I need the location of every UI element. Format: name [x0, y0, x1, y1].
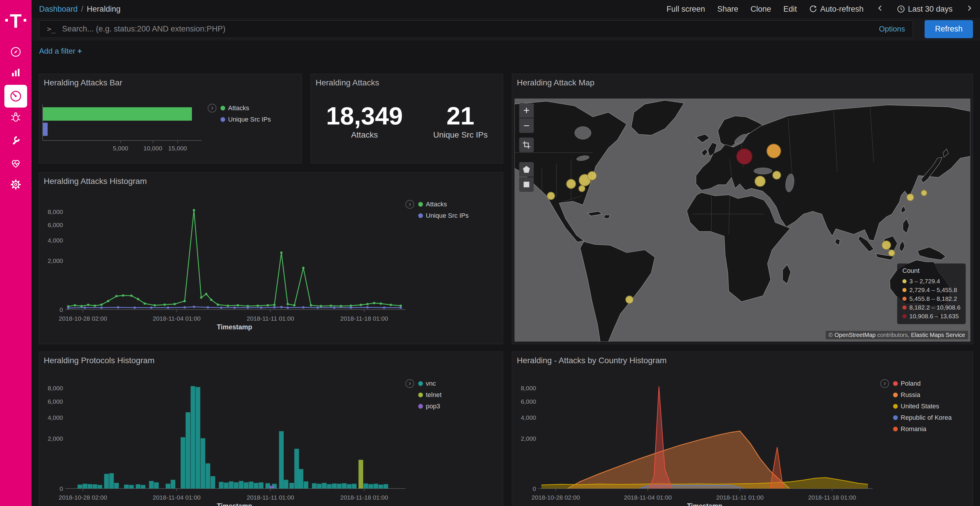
osm-link[interactable]: OpenStreetMap [834, 332, 876, 338]
map-attack-circle[interactable] [587, 171, 597, 181]
legend-dot [221, 106, 225, 111]
panel-heralding-attacks-by-country: Heralding - Attacks by Country Histogram… [512, 352, 973, 506]
map-legend-row: 3 – 2,729.4 [902, 277, 961, 286]
panel-title: Heralding Attacks [316, 78, 379, 87]
map-attack-circle[interactable] [625, 295, 633, 304]
heart-pulse-icon [10, 157, 22, 169]
legend-item[interactable]: Unique Src IPs [221, 115, 271, 124]
query-bar: >_ Options Refresh [32, 18, 980, 40]
legend-dot [893, 416, 898, 420]
legend-item[interactable]: vnc [418, 379, 442, 388]
map-attack-circle[interactable] [566, 179, 576, 189]
fit-bounds-button[interactable] [519, 138, 534, 152]
legend-toggle-icon[interactable] [406, 200, 414, 209]
map-count-legend: Count 3 – 2,729.42,729.4 – 5,455.85,455.… [897, 263, 966, 324]
search-field-wrap: >_ Options [39, 21, 913, 38]
map-attack-circle[interactable] [772, 171, 781, 179]
svg-text:8,000: 8,000 [48, 385, 63, 392]
refresh-button[interactable]: Refresh [924, 20, 973, 38]
svg-text:2,000: 2,000 [48, 257, 63, 264]
svg-text:4,000: 4,000 [520, 414, 536, 421]
legend-item[interactable]: Attacks [221, 104, 271, 113]
telekom-logo[interactable]: T [0, 8, 32, 34]
svg-text:2018-11-11 01:00: 2018-11-11 01:00 [247, 315, 294, 322]
legend-item[interactable]: Unique Src IPs [418, 211, 469, 220]
legend-item[interactable]: Poland [893, 379, 952, 388]
ems-link[interactable]: Elastic Maps Service [911, 332, 965, 338]
map-attack-circle[interactable] [754, 176, 766, 187]
clone-button[interactable]: Clone [751, 5, 771, 14]
legend-toggle-icon[interactable] [208, 104, 216, 113]
panel-heralding-attack-map: Heralding Attack Map [512, 74, 973, 344]
breadcrumb-dashboard-link[interactable]: Dashboard [39, 5, 78, 14]
metric-value: 21 [433, 102, 488, 130]
panel-title: Heralding Protocols Histogram [44, 356, 154, 365]
map-attack-circle[interactable] [888, 249, 895, 257]
sidebar-item-honeypot[interactable] [0, 111, 32, 123]
edit-button[interactable]: Edit [783, 5, 797, 14]
svg-text:2018-11-11 01:00: 2018-11-11 01:00 [716, 494, 764, 501]
svg-text:0: 0 [533, 485, 536, 492]
map-attack-circle[interactable] [882, 241, 891, 250]
add-filter-link[interactable]: Add a filter + [39, 47, 82, 56]
metric-label: Unique Src IPs [433, 130, 488, 140]
draw-polygon-button[interactable] [519, 162, 534, 177]
refresh-arrows-icon [809, 5, 817, 13]
svg-text:2018-10-28 02:00: 2018-10-28 02:00 [59, 315, 107, 322]
svg-text:2,000: 2,000 [48, 435, 63, 442]
time-back-button[interactable] [876, 4, 885, 14]
legend-dot [902, 297, 907, 301]
svg-text:5,000: 5,000 [113, 145, 128, 152]
sidebar-item-visualize[interactable] [0, 67, 32, 79]
legend-toggle-icon[interactable] [880, 379, 889, 388]
chart-legend: vnctelnetpop3 [406, 379, 442, 411]
legend-item[interactable]: telnet [418, 390, 442, 399]
zoom-in-button[interactable]: + [519, 103, 534, 118]
auto-refresh-button[interactable]: Auto-refresh [809, 5, 864, 14]
legend-dot [418, 404, 423, 409]
map-attack-circle[interactable] [547, 192, 555, 200]
legend-title: Count [902, 267, 961, 274]
breadcrumb-separator: / [81, 5, 83, 14]
time-range-picker[interactable]: Last 30 days [897, 5, 953, 14]
map-attack-circle[interactable] [767, 144, 781, 158]
full-screen-button[interactable]: Full screen [667, 5, 705, 14]
sidebar-item-discover[interactable] [0, 46, 32, 58]
query-options-link[interactable]: Options [879, 24, 905, 33]
legend-item[interactable]: Romania [893, 425, 952, 433]
search-input[interactable] [62, 24, 873, 34]
panel-title: Heralding Attacks Histogram [44, 177, 147, 186]
legend-label: Attacks [228, 104, 249, 112]
draw-rectangle-button[interactable] [519, 177, 534, 192]
legend-toggle-icon[interactable] [406, 379, 414, 388]
map-attack-circle[interactable] [736, 148, 752, 165]
sidebar-item-dashboard-selected[interactable] [5, 85, 27, 108]
zoom-out-button[interactable]: − [519, 118, 534, 133]
legend-item[interactable]: pop3 [418, 402, 442, 411]
legend-item[interactable]: Republic of Korea [893, 413, 952, 422]
legend-item[interactable]: United States [893, 402, 952, 411]
svg-text:4,000: 4,000 [48, 237, 63, 244]
legend-dot [893, 404, 898, 409]
time-forward-button[interactable] [965, 4, 974, 14]
metric-value: 18,349 [326, 102, 403, 130]
sidebar-item-monitoring[interactable] [0, 157, 32, 169]
sidebar-item-management[interactable] [0, 178, 32, 190]
map-attack-circle[interactable] [907, 194, 914, 201]
crop-icon [522, 141, 531, 149]
share-button[interactable]: Share [717, 5, 738, 14]
world-map[interactable]: + − [514, 98, 970, 342]
map-attack-circle[interactable] [921, 190, 927, 196]
panel-title: Heralding Attacks Bar [44, 78, 122, 87]
sidebar-item-devtools[interactable] [0, 134, 32, 146]
legend-label: Unique Src IPs [228, 116, 271, 123]
attacks-line-chart[interactable]: 02,0004,0006,0008,0002018-10-28 02:00201… [39, 173, 503, 344]
legend-dot [418, 393, 423, 397]
legend-item[interactable]: Attacks [418, 200, 469, 209]
protocols-bar-chart[interactable]: 02,0004,0006,0008,0002018-10-28 02:00201… [39, 352, 503, 506]
chevron-left-icon [876, 4, 885, 13]
panel-heralding-protocols-histogram: Heralding Protocols Histogram 02,0004,00… [39, 352, 503, 506]
svg-text:2018-10-28 02:00: 2018-10-28 02:00 [531, 494, 580, 501]
legend-item[interactable]: Russia [893, 390, 952, 399]
chart-legend: PolandRussiaUnited StatesRepublic of Kor… [880, 379, 952, 433]
